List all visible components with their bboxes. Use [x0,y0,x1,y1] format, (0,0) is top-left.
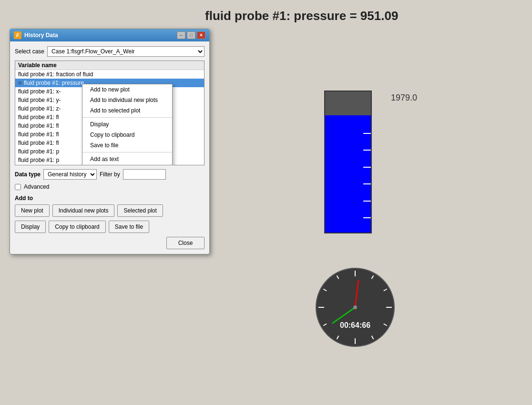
display-button[interactable]: Display [15,221,46,233]
separator-1 [82,117,172,118]
action-buttons-row: Display Copy to clipboard Save to file [15,221,205,233]
restore-button[interactable]: □ [187,31,195,39]
bar-tick [363,201,371,202]
context-menu-add-new-plot[interactable]: Add to new plot [82,84,172,95]
dial-time-label: 00:64:66 [340,321,370,330]
close-row: Close [15,237,205,249]
datatype-label: Data type [15,171,41,178]
context-menu-display[interactable]: Display [82,119,172,130]
dial-container: 00:64:66 [315,267,396,348]
add-to-label: Add to [15,195,205,202]
separator-2 [82,152,172,152]
dialog-title: History Data [24,32,58,39]
bar-tick [363,150,371,151]
bar-chart [324,91,372,233]
titlebar-controls: ─ □ ✕ [177,31,205,39]
context-menu-add-individual[interactable]: Add to individual new plots [82,95,172,105]
page-title: fluid probe #1: pressure = 951.09 [205,9,398,23]
minimize-button[interactable]: ─ [177,31,185,39]
selected-plot-button[interactable]: Selected plot [117,204,163,217]
bar-tick [363,133,371,134]
gauge-container [324,91,372,233]
bar-tick [363,183,371,184]
filter-label: Filter by [100,171,120,178]
context-menu-add-text[interactable]: Add as text [82,154,172,164]
advanced-label: Advanced [24,183,49,190]
copy-clipboard-button[interactable]: Copy to clipboard [49,221,105,233]
bar-tick [363,217,371,218]
dialog-body: Select case Case 1:flsgrf.Flow_Over_A_We… [10,41,209,254]
datatype-dropdown[interactable]: General history [43,169,97,180]
context-menu: Add to new plot Add to individual new pl… [82,84,173,165]
close-titlebar-button[interactable]: ✕ [197,31,205,39]
save-file-button[interactable]: Save to file [109,221,149,233]
filter-input[interactable] [123,169,166,180]
list-item[interactable]: fluid probe #1: fraction of fluid [15,70,204,79]
selection-dot [18,81,22,85]
add-to-buttons-row: New plot Individual new plots Selected p… [15,204,205,217]
bar-tick [363,167,371,168]
context-menu-save-file[interactable]: Save to file [82,140,172,151]
advanced-row: Advanced [15,183,205,190]
advanced-checkbox[interactable] [15,184,21,190]
svg-point-15 [353,305,357,309]
datatype-row: Data type General history Filter by [15,169,205,180]
select-case-label: Select case [15,48,44,55]
dialog-icon: F [14,31,21,39]
titlebar-left: F History Data [14,31,58,39]
select-case-dropdown[interactable]: Case 1:flsgrf.Flow_Over_A_Weir [47,46,205,57]
dial-svg [315,267,396,348]
individual-new-plots-button[interactable]: Individual new plots [52,204,115,217]
context-menu-copy-clipboard[interactable]: Copy to clipboard [82,130,172,140]
context-menu-add-selected[interactable]: Add to selected plot [82,105,172,116]
new-plot-button[interactable]: New plot [15,204,50,217]
variable-list-container: Variable name fluid probe #1: fraction o… [15,61,205,165]
history-data-dialog: F History Data ─ □ ✕ Select case Case 1:… [10,29,210,254]
variable-list-header: Variable name [15,61,204,70]
gauge-value-label: 1979.0 [391,93,417,103]
dialog-titlebar: F History Data ─ □ ✕ [10,29,209,41]
close-button[interactable]: Close [166,237,205,249]
select-case-row: Select case Case 1:flsgrf.Flow_Over_A_We… [15,46,205,57]
